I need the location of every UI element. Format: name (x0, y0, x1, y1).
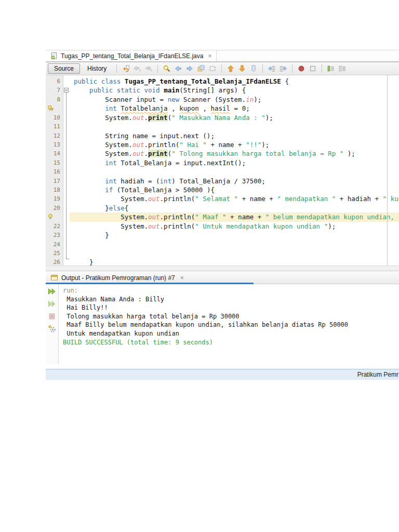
gutter-cell[interactable]: 25 (46, 249, 63, 258)
output-line: run: (63, 286, 399, 295)
editor-tab-title: Tugas_PP_tentang_Total_Belanja_IFdanELSE… (61, 52, 203, 60)
code-line[interactable]: System.out.print(" Tolong masukkan harga… (70, 149, 399, 158)
window-splitter[interactable] (46, 265, 399, 271)
code-line[interactable] (70, 122, 399, 131)
code-line[interactable]: if (Total_Belanja > 50000 ){ (70, 185, 399, 194)
gutter-cell[interactable]: 7 (46, 86, 63, 95)
gutter-cell[interactable]: 12 (46, 131, 63, 140)
code-line[interactable] (70, 167, 399, 176)
gutter-cell[interactable] (46, 212, 63, 221)
rerun-icon[interactable] (48, 287, 57, 296)
toolbar-separator (157, 64, 158, 73)
code-line[interactable]: String name = input.next (); (70, 131, 399, 140)
output-line: Maaf Billy belum mendapatkan kupon undia… (63, 321, 399, 329)
code-line[interactable]: }else{ (70, 204, 399, 212)
last-edit-icon[interactable] (121, 64, 130, 73)
gutter-cell[interactable]: 16 (46, 167, 63, 176)
gutter-cell[interactable]: 22 (46, 222, 63, 231)
shift-line-left-icon[interactable] (267, 64, 276, 73)
gutter-cell[interactable]: 23 (46, 231, 63, 240)
gutter-cell[interactable]: 11 (46, 122, 63, 131)
toggle-highlight-search-icon[interactable] (196, 64, 206, 73)
editor-tab[interactable]: Tugas_PP_tentang_Total_Belanja_IFdanELSE… (46, 50, 217, 61)
options-icon[interactable] (48, 324, 57, 333)
output-line: Hai Billy!! (63, 303, 399, 312)
stop-icon[interactable] (48, 312, 57, 321)
screenshot-page: Tugas_PP_tentang_Total_Belanja_IFdanELSE… (0, 0, 399, 532)
output-line: BUILD SUCCESSFUL (total time: 9 seconds) (63, 338, 399, 347)
active-tab-underline (46, 283, 254, 284)
java-file-icon (50, 52, 58, 60)
toolbar-separator (262, 64, 263, 73)
gutter-cell[interactable]: 18 (46, 185, 63, 194)
next-bookmark-icon[interactable] (237, 64, 247, 73)
code-line[interactable]: System.out.println(" Hai " + name + "!!"… (70, 140, 399, 149)
fold-end-corner (66, 259, 69, 259)
code-line[interactable]: int Total_Belanja = input.nextInt(); (70, 158, 399, 167)
output-lines[interactable]: run: Masukkan Nama Anda : Billy Hai Bill… (59, 284, 399, 364)
gutter-cell[interactable]: 20 (46, 204, 63, 212)
find-next-icon[interactable] (185, 64, 194, 73)
rerun-with-changes-icon[interactable] (48, 299, 57, 308)
fold-collapse-icon[interactable] (64, 88, 69, 92)
code-editor: 678 1011121314151617181920 2223242526 pu… (46, 75, 399, 265)
uncomment-icon[interactable] (338, 64, 347, 73)
fold-guide-line (66, 92, 66, 259)
gutter-cell[interactable]: 14 (46, 149, 63, 158)
code-line[interactable]: int hadiah = (int) Total_Belanja / 37500… (70, 177, 399, 185)
find-icon[interactable] (162, 64, 171, 73)
toolbar-separator (322, 64, 322, 73)
output-panel: run: Masukkan Nama Anda : Billy Hai Bill… (46, 284, 399, 364)
code-line[interactable]: public static void main(String[] args) { (70, 86, 399, 95)
code-line[interactable]: public class Tugas_PP_tentang_Total_Bela… (70, 77, 399, 86)
gutter-cell[interactable]: 10 (46, 113, 63, 122)
code-line[interactable]: } (70, 258, 399, 265)
code-lines[interactable]: public class Tugas_PP_tentang_Total_Bela… (70, 75, 399, 265)
editor-tab-bar: Tugas_PP_tentang_Total_Belanja_IFdanELSE… (46, 50, 399, 62)
code-line[interactable]: System.out.println(" Untuk mendapatkan k… (70, 222, 399, 231)
code-line[interactable] (70, 240, 399, 249)
editor-toolbar: Source History (46, 62, 399, 75)
code-line[interactable]: System.out.println(" Selamat " + name + … (70, 194, 399, 203)
rectangular-selection-icon[interactable] (208, 64, 217, 73)
output-tab-bar: Output - Pratikum Pemrograman (run) #7 × (46, 271, 399, 284)
gutter-cell[interactable]: 13 (46, 140, 63, 149)
gutter-cell[interactable]: 6 (46, 77, 63, 86)
gutter-cell[interactable]: 8 (46, 95, 63, 104)
code-line[interactable]: System.out.print(" Masukkan Nama Anda : … (70, 113, 399, 122)
netbeans-window: Tugas_PP_tentang_Total_Belanja_IFdanELSE… (46, 50, 399, 380)
close-icon[interactable]: × (180, 274, 184, 282)
hint-bulb-icon (47, 214, 54, 220)
back-icon[interactable] (132, 64, 142, 73)
toolbar-separator (292, 64, 292, 73)
code-line[interactable]: Scanner input = new Scanner (System.in); (70, 95, 399, 104)
forward-icon[interactable] (144, 64, 153, 73)
shift-line-right-icon[interactable] (278, 64, 288, 73)
gutter-cell[interactable] (46, 104, 63, 113)
output-line: Tolong masukkan harga total belanja = Rp… (63, 312, 399, 321)
toggle-bookmark-icon[interactable] (249, 64, 258, 73)
code-line[interactable]: int Totalbelanja , kupon , hasil = 0; (70, 104, 399, 113)
toolbar-separator (116, 64, 117, 73)
gutter-cell[interactable]: 15 (46, 158, 63, 167)
code-line[interactable]: System.out.println(" Maaf " + name + " b… (70, 212, 399, 221)
gutter-cell[interactable]: 26 (46, 258, 63, 265)
start-macro-recording-icon[interactable] (297, 64, 306, 73)
previous-bookmark-icon[interactable] (226, 64, 235, 73)
gutter-cell[interactable]: 24 (46, 240, 63, 249)
stop-macro-recording-icon[interactable] (308, 64, 317, 73)
gutter-cell[interactable]: 19 (46, 194, 63, 203)
fold-column[interactable] (63, 75, 70, 265)
gutter-cell[interactable]: 17 (46, 177, 63, 185)
history-button[interactable]: History (81, 63, 113, 74)
toolbar-separator (221, 64, 222, 73)
code-line[interactable]: } (70, 231, 399, 240)
output-line: Untuk mendapatkan kupon undian (63, 329, 399, 338)
source-button[interactable]: Source (48, 63, 80, 74)
comment-icon[interactable] (326, 64, 336, 73)
find-previous-icon[interactable] (174, 64, 183, 73)
close-icon[interactable]: × (208, 52, 211, 60)
status-bar: Pratikum Pemr (46, 369, 399, 380)
line-number-gutter[interactable]: 678 1011121314151617181920 2223242526 (46, 75, 63, 265)
code-line[interactable] (70, 249, 399, 258)
